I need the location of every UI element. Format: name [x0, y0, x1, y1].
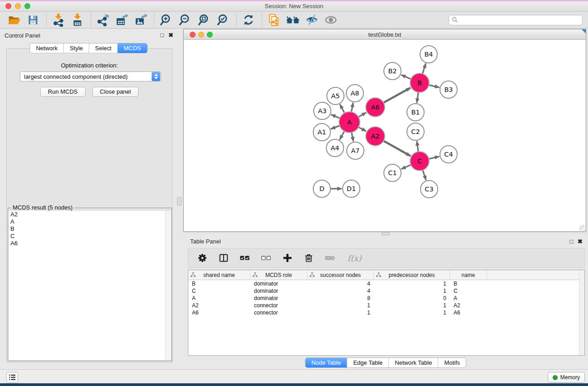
column-header-MCDS-role[interactable]: MCDS role — [250, 270, 307, 280]
mcds-result-list[interactable]: A2ABCA6 — [9, 211, 171, 360]
close-table-panel-icon[interactable]: ✖ — [578, 238, 583, 245]
mcds-result-scrollbar[interactable] — [165, 211, 171, 360]
table-cell[interactable]: A6 — [450, 309, 487, 316]
export-network-button[interactable] — [95, 13, 110, 27]
column-header-successor-nodes[interactable]: successor nodes — [307, 270, 374, 280]
table-cell[interactable]: A — [188, 295, 250, 302]
table-row[interactable]: Bdominator41B — [188, 280, 584, 287]
table-cell[interactable]: B — [450, 280, 487, 287]
new-network-from-file-button[interactable] — [266, 13, 282, 27]
show-selected-button[interactable] — [323, 13, 339, 27]
network-canvas[interactable]: B4B2BB3A5A8A6A3B1AC2A1A2A4A7C4CC1C3DD1 — [184, 40, 586, 231]
graph-edge-A-A5[interactable] — [340, 105, 345, 114]
zoom-selected-button[interactable] — [215, 13, 231, 27]
float-panel-icon[interactable]: □ — [160, 32, 164, 38]
graph-node-A[interactable]: A — [339, 112, 360, 133]
graph-node-C4[interactable]: C4 — [440, 146, 457, 163]
graph-edge-C-C2[interactable] — [417, 141, 419, 152]
table-scrollbar[interactable] — [579, 270, 584, 355]
graph-edge-A-A4[interactable] — [339, 130, 344, 139]
graph-edge-C-C3[interactable] — [422, 169, 426, 180]
graph-edge-A2-C[interactable] — [383, 140, 411, 156]
table-row[interactable]: Cdominator41C — [188, 287, 584, 295]
column-header-predecessor-nodes[interactable]: predecessor nodes — [374, 270, 450, 280]
table-cell[interactable]: B — [188, 280, 250, 287]
graph-node-A7[interactable]: A7 — [347, 142, 364, 159]
function-builder-button[interactable]: f(x) — [344, 251, 364, 265]
zoom-in-button[interactable] — [158, 13, 174, 27]
table-settings-button[interactable] — [196, 251, 209, 265]
graph-node-C2[interactable]: C2 — [407, 123, 424, 140]
vertical-splitter-grip[interactable] — [177, 197, 182, 205]
close-panel-icon[interactable]: ✖ — [168, 32, 173, 38]
mcds-result-item[interactable]: A2 — [9, 211, 171, 218]
graph-node-A2[interactable]: A2 — [366, 127, 385, 146]
network-window-titlebar[interactable]: testGlobe.txt — [184, 29, 586, 40]
mcds-result-item[interactable]: A6 — [9, 240, 171, 247]
delete-table-button[interactable] — [323, 251, 337, 265]
tab-network-table[interactable]: Network Table — [389, 358, 438, 367]
table-cell[interactable]: A2 — [188, 302, 250, 309]
table-cell[interactable]: 1 — [307, 309, 374, 316]
graph-edge-A-A6[interactable] — [358, 113, 366, 118]
graph-edge-C-C1[interactable] — [401, 165, 411, 169]
graph-edge-A-A1[interactable] — [331, 125, 340, 129]
run-mcds-button[interactable]: Run MCDS — [40, 87, 86, 97]
export-image-button[interactable] — [133, 13, 148, 27]
graph-node-A6[interactable]: A6 — [366, 98, 385, 117]
select-all-columns-button[interactable] — [238, 251, 252, 265]
graph-node-C[interactable]: C — [410, 152, 429, 171]
graph-node-D1[interactable]: D1 — [343, 180, 360, 197]
graph-node-B1[interactable]: B1 — [407, 104, 424, 121]
search-box[interactable] — [449, 15, 583, 25]
table-cell[interactable]: A2 — [450, 302, 487, 309]
import-network-button[interactable] — [51, 13, 66, 27]
table-cell[interactable]: A — [450, 295, 487, 302]
table-row[interactable]: Adominator80A — [188, 295, 584, 302]
graph-node-C1[interactable]: C1 — [384, 164, 401, 181]
graph-edge-A-A3[interactable] — [331, 114, 340, 119]
tab-motifs[interactable]: Motifs — [438, 358, 466, 367]
graph-edge-A-A2[interactable] — [358, 127, 366, 131]
tab-edge-table[interactable]: Edge Table — [347, 358, 389, 367]
export-table-button[interactable] — [114, 13, 129, 27]
window-resize-grip[interactable] — [579, 225, 585, 231]
save-session-button[interactable] — [25, 13, 41, 27]
optimization-criterion-select[interactable]: largest connected component (directed) — [20, 71, 161, 81]
graph-node-C3[interactable]: C3 — [421, 181, 438, 198]
graph-edge-A-A7[interactable] — [351, 132, 354, 142]
graph-node-A3[interactable]: A3 — [314, 102, 331, 119]
zoom-out-button[interactable] — [177, 13, 193, 27]
table-cell[interactable]: 1 — [374, 302, 450, 309]
table-cell[interactable]: 1 — [307, 302, 374, 309]
table-cell[interactable]: A6 — [188, 309, 250, 316]
table-cell[interactable]: connector — [250, 302, 307, 309]
graph-node-A8[interactable]: A8 — [346, 85, 363, 102]
delete-columns-button[interactable] — [302, 251, 316, 265]
memory-button[interactable]: Memory — [548, 372, 585, 383]
table-cell[interactable]: 0 — [374, 295, 450, 302]
mcds-result-item[interactable]: C — [9, 233, 171, 240]
table-cell[interactable]: C — [188, 287, 250, 295]
graph-node-A5[interactable]: A5 — [327, 87, 344, 105]
float-table-panel-icon[interactable]: □ — [569, 238, 573, 245]
tab-select[interactable]: Select — [89, 43, 118, 53]
graph-node-B[interactable]: B — [410, 73, 429, 92]
graph-edge-A6-B[interactable] — [383, 88, 411, 103]
search-input[interactable] — [460, 17, 579, 23]
network-graph[interactable]: B4B2BB3A5A8A6A3B1AC2A1A2A4A7C4CC1C3DD1 — [184, 40, 585, 230]
hide-selected-button[interactable] — [304, 13, 320, 27]
table-cell[interactable]: dominator — [250, 280, 307, 287]
add-column-button[interactable] — [281, 251, 294, 265]
graph-node-B4[interactable]: B4 — [420, 46, 437, 63]
graph-edge-A-A8[interactable] — [351, 103, 353, 113]
import-table-button[interactable] — [70, 13, 85, 27]
table-cell[interactable]: connector — [250, 309, 307, 316]
graph-edge-B-B2[interactable] — [401, 75, 411, 79]
table-cell[interactable]: dominator — [250, 295, 307, 302]
table-cell[interactable]: 1 — [374, 280, 450, 287]
tab-network[interactable]: Network — [30, 43, 64, 53]
table-cell[interactable]: dominator — [250, 287, 307, 295]
table-cell[interactable]: 1 — [374, 309, 450, 316]
tab-mcds[interactable]: MCDS — [118, 43, 147, 53]
